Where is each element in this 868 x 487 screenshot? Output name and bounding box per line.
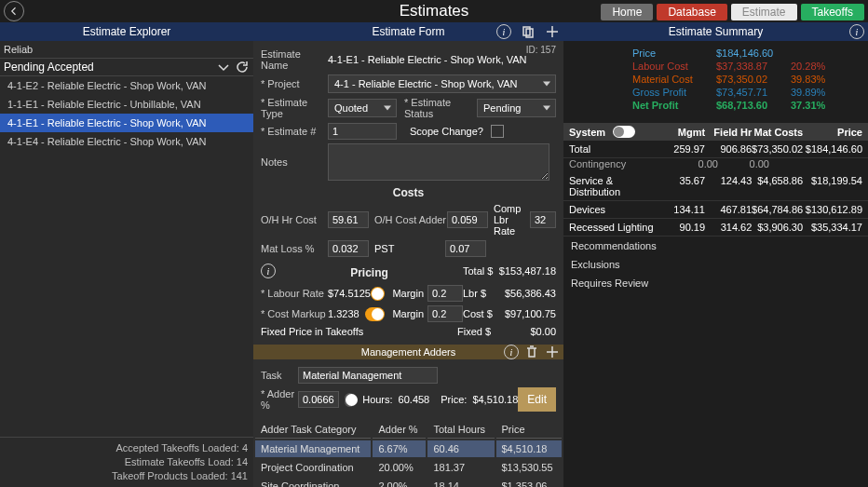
- summary-link[interactable]: Exclusions: [563, 255, 868, 274]
- refresh-icon[interactable]: [235, 60, 250, 74]
- summary-np: Net Profit$68,713.6037.31%: [621, 99, 868, 112]
- adders-header: Management Adders i: [253, 345, 563, 359]
- summary-header: Estimate Summary i: [563, 22, 868, 41]
- oh-cost-adder-input[interactable]: [447, 211, 488, 228]
- mat-loss-input[interactable]: [328, 240, 369, 257]
- system-table-header: System Mgmt Field Hr Mat Costs Price: [563, 123, 868, 141]
- system-row: Contingency0.000.00: [563, 158, 868, 172]
- adder-row[interactable]: Site Coordination2.00%18.14$1,353.06: [255, 478, 562, 487]
- project-select[interactable]: 4-1 - Reliable Electric - Shop Work, VAN: [328, 74, 556, 93]
- chevron-down-icon[interactable]: [216, 60, 231, 74]
- notes-input[interactable]: [328, 143, 549, 181]
- adder-toggle[interactable]: [345, 393, 355, 407]
- copy-icon[interactable]: [521, 24, 536, 39]
- adder-table: Adder Task CategoryAdder %Total HoursPri…: [253, 419, 563, 487]
- pricing-info-icon[interactable]: i: [261, 264, 276, 278]
- explorer-item[interactable]: 4-1-E2 - Reliable Electric - Shop Work, …: [0, 76, 253, 95]
- explorer-item[interactable]: 4-1-E4 - Reliable Electric - Shop Work, …: [0, 132, 253, 151]
- cost-value: $97,100.75: [498, 308, 556, 319]
- lbr-value: $56,386.43: [498, 288, 556, 299]
- estimate-number-input[interactable]: [328, 123, 397, 140]
- adder-hours: 60.458: [399, 394, 430, 405]
- explorer-status: Accepted Takeoffs Loaded: 4Estimate Take…: [0, 437, 253, 487]
- explorer-header: Estimate Explorer: [0, 22, 253, 41]
- app-title: Estimates: [400, 2, 469, 20]
- labour-toggle[interactable]: [371, 287, 385, 301]
- summary-gp: Gross Profit$73,457.7139.89%: [621, 86, 868, 99]
- info-icon[interactable]: i: [496, 24, 511, 39]
- summary-price: Price$184,146.60: [621, 47, 868, 60]
- tab-takeoffs[interactable]: Takeoffs: [801, 4, 864, 20]
- task-input[interactable]: [298, 367, 438, 384]
- system-row: Devices134.11467.81$64,784.86$130,612.89: [563, 201, 868, 219]
- system-row: Service & Distribution35.67124.43$4,658.…: [563, 172, 868, 201]
- delete-icon[interactable]: [524, 345, 539, 359]
- add-icon[interactable]: [545, 24, 560, 39]
- add-adder-icon[interactable]: [545, 345, 560, 359]
- system-toggle[interactable]: [613, 126, 635, 138]
- labour-rate: $74.5125: [328, 288, 371, 299]
- pst-input[interactable]: [445, 240, 486, 257]
- total-value: $153,487.18: [498, 265, 556, 277]
- estimate-id: ID: 157: [526, 45, 556, 55]
- tab-home[interactable]: Home: [601, 4, 653, 20]
- explorer-search-input[interactable]: [4, 44, 250, 55]
- scope-change-checkbox[interactable]: [491, 125, 504, 138]
- tab-database[interactable]: Database: [657, 4, 726, 20]
- summary-link[interactable]: Recommendations: [563, 237, 868, 255]
- cost-markup: 1.3238: [328, 308, 365, 319]
- summary-lab: Labour Cost$37,338.8720.28%: [621, 60, 868, 73]
- adders-info-icon[interactable]: i: [504, 345, 519, 359]
- estimate-status-select[interactable]: Pending: [477, 99, 556, 117]
- summary-info-icon[interactable]: i: [849, 24, 864, 39]
- adder-pct-input[interactable]: [298, 391, 339, 408]
- summary-link[interactable]: Requires Review: [563, 274, 868, 292]
- estimate-type-select[interactable]: Quoted: [328, 99, 397, 117]
- fixed-value: $0.00: [498, 326, 556, 337]
- explorer-item[interactable]: 1-1-E1 - Reliable Electric - Unbillable,…: [0, 95, 253, 114]
- form-header: Estimate Form i: [253, 22, 563, 41]
- adder-row[interactable]: Material Management6.67%60.46$4,510.18: [255, 440, 562, 457]
- oh-hr-cost-input[interactable]: [328, 211, 369, 228]
- estimate-name: 4-1-E1 - Reliable Electric - Shop Work, …: [328, 54, 527, 65]
- adder-row[interactable]: Project Coordination20.00%181.37$13,530.…: [255, 459, 562, 476]
- edit-button[interactable]: Edit: [518, 387, 556, 412]
- comp-lbr-rate-input[interactable]: [530, 211, 556, 228]
- tab-estimate[interactable]: Estimate: [731, 4, 797, 20]
- labour-margin-input[interactable]: [427, 285, 463, 302]
- back-button[interactable]: [4, 1, 24, 21]
- cost-toggle[interactable]: [365, 307, 385, 321]
- explorer-filter[interactable]: Pending Accepted: [0, 58, 253, 76]
- summary-mat: Material Cost$73,350.0239.83%: [621, 73, 868, 86]
- cost-margin-input[interactable]: [427, 305, 463, 322]
- system-row: Total259.97906.86$73,350.02$184,146.60: [563, 141, 868, 158]
- adder-price: $4,510.18: [472, 394, 518, 405]
- explorer-item[interactable]: 4-1-E1 - Reliable Electric - Shop Work, …: [0, 114, 253, 132]
- system-row: Recessed Lighting90.19314.62$3,906.30$35…: [563, 219, 868, 237]
